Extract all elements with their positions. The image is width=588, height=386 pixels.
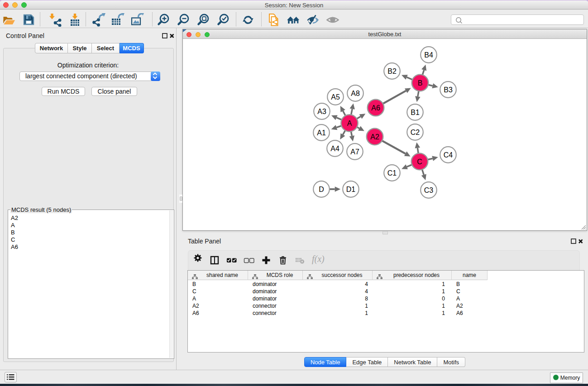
svg-text:A: A [347, 119, 352, 127]
svg-text:A8: A8 [351, 90, 360, 97]
svg-text:D1: D1 [346, 186, 356, 193]
svg-text:B1: B1 [411, 109, 420, 116]
svg-text:C2: C2 [411, 129, 420, 136]
svg-text:A2: A2 [370, 133, 379, 141]
svg-text:B3: B3 [444, 86, 453, 94]
svg-text:B2: B2 [387, 67, 397, 75]
svg-text:A1: A1 [317, 129, 326, 137]
svg-text:C3: C3 [424, 186, 434, 194]
svg-text:D: D [319, 186, 324, 193]
svg-text:A7: A7 [350, 148, 359, 156]
svg-text:A5: A5 [331, 93, 340, 101]
svg-text:C4: C4 [444, 151, 453, 159]
svg-text:C1: C1 [387, 169, 397, 177]
svg-text:C: C [417, 158, 422, 166]
svg-text:A6: A6 [371, 104, 380, 112]
svg-text:B: B [418, 79, 423, 87]
svg-text:A4: A4 [330, 145, 339, 152]
svg-text:A3: A3 [317, 108, 326, 115]
svg-text:B4: B4 [424, 51, 433, 59]
